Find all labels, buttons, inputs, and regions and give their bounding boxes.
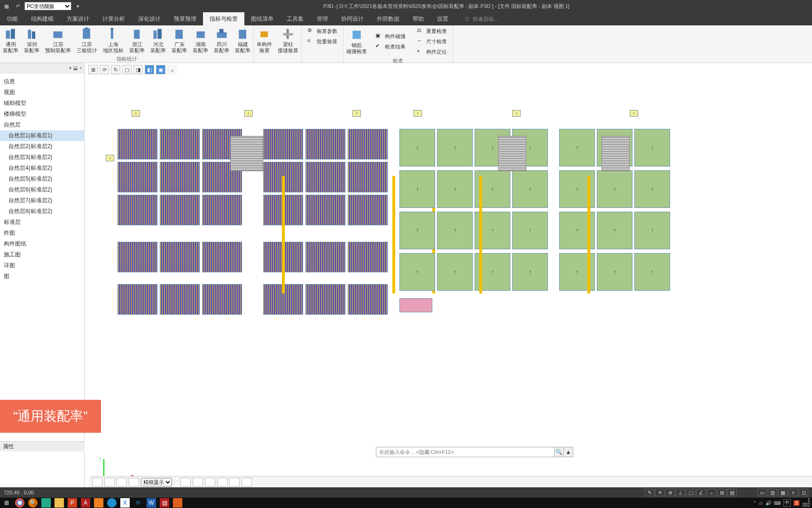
tab-drawing-list[interactable]: 图纸清单 — [244, 12, 280, 25]
slab-marker[interactable]: ↑ — [352, 110, 361, 117]
floor-slab[interactable] — [348, 242, 388, 272]
floor-slab[interactable] — [160, 195, 200, 225]
slab-marker[interactable]: ↑ — [106, 155, 114, 161]
btn-jiangsu-prefab-rate[interactable]: 江苏预制装配率 — [42, 25, 74, 56]
btn-hebei-rate[interactable]: 河北装配率 — [148, 25, 169, 56]
floor-slab[interactable]: ↑ — [399, 212, 435, 249]
view-tool-2[interactable]: ⟳ — [100, 65, 109, 74]
btn-batch-calc[interactable]: ≡批量验算 — [304, 37, 341, 46]
app-icon-4[interactable]: X — [120, 498, 130, 508]
lt-btn-8[interactable] — [217, 478, 227, 486]
tree-item-0[interactable]: 信息 — [0, 76, 84, 87]
wall-segment[interactable] — [282, 176, 285, 294]
lt-btn-5[interactable] — [180, 478, 191, 486]
btn-single-member-check[interactable]: 单构件验算 — [254, 25, 275, 56]
floor-slab[interactable] — [202, 284, 242, 315]
quick-launch[interactable]: 快速启动... — [464, 12, 498, 25]
autocad-icon[interactable]: A — [81, 498, 90, 508]
panel-close-icon[interactable]: × — [79, 65, 82, 71]
floor-slab[interactable] — [399, 298, 432, 312]
view-tool-3[interactable]: ↻ — [111, 65, 120, 74]
command-expand-icon[interactable]: ▲ — [564, 447, 573, 457]
view-tool-1[interactable]: ⊞ — [88, 65, 98, 74]
floor-slab[interactable] — [117, 129, 157, 159]
tree-item-16[interactable]: 施工图 — [0, 249, 84, 260]
btn-guangdong-rate[interactable]: 广东装配率 — [169, 25, 190, 56]
floor-slab[interactable]: ↑ — [634, 170, 670, 208]
tray-network-icon[interactable]: ▱ — [759, 500, 763, 506]
btn-weight-check[interactable]: ⚖重量检查 — [413, 26, 451, 36]
lt-btn-3[interactable] — [117, 478, 127, 486]
lt-btn-10[interactable] — [242, 478, 252, 486]
tab-index-check[interactable]: 指标与检查 — [203, 12, 244, 25]
word-icon[interactable]: W — [147, 498, 156, 508]
floor-slab[interactable]: ↑ — [512, 170, 548, 208]
start-icon[interactable]: ⊞ — [2, 498, 11, 508]
floor-slab[interactable]: ↑ — [634, 253, 670, 291]
command-search-icon[interactable]: 🔍 — [554, 447, 564, 457]
lt-btn-7[interactable] — [205, 478, 215, 486]
floor-slab[interactable]: ↑ — [399, 170, 435, 208]
tab-budget-embed[interactable]: 预算预埋 — [167, 12, 203, 25]
floor-slab[interactable] — [202, 195, 242, 225]
tab-detail-design[interactable]: 深化设计 — [132, 12, 167, 25]
btn-jiangsu-threepanel[interactable]: 江苏三板统计 — [74, 25, 100, 56]
floor-slab[interactable]: ↑ — [437, 212, 473, 249]
floor-slab[interactable]: ↑ — [634, 129, 670, 167]
app-icon-2[interactable] — [94, 498, 103, 508]
tree-item-10[interactable]: 自然层6(标准层2) — [0, 184, 84, 195]
command-input[interactable] — [376, 447, 554, 457]
btn-zhejiang-rate[interactable]: 浙江装配率 — [126, 25, 148, 56]
floor-slab[interactable] — [160, 242, 200, 272]
tab-function[interactable]: 功能 — [0, 12, 24, 25]
panel-pin-icon[interactable]: ⬓ — [73, 65, 78, 71]
tree-item-8[interactable]: 自然层4(标准层2) — [0, 163, 84, 174]
btn-member-locate[interactable]: ⌖构件定位 — [413, 47, 451, 56]
tab-scheme-design[interactable]: 方案设计 — [60, 12, 96, 25]
floor-slab[interactable]: ↑ — [399, 253, 435, 291]
sb-view-2[interactable]: ▥ — [768, 489, 777, 496]
lt-btn-2[interactable] — [104, 478, 115, 486]
btn-beam-column-joint-check[interactable]: 梁柱接缝验算 — [275, 25, 301, 56]
tree-item-2[interactable]: 辅助模型 — [0, 98, 84, 109]
search-icon[interactable]: 🔍 — [28, 498, 38, 508]
sb-snap-3[interactable]: ⊗ — [665, 489, 675, 496]
floor-slab[interactable] — [160, 129, 200, 159]
tree-item-6[interactable]: 自然层2(标准层2) — [0, 141, 84, 152]
lt-btn-9[interactable] — [229, 478, 240, 486]
app-icon-5[interactable]: ⟳ — [133, 498, 143, 508]
tree-item-9[interactable]: 自然层5(标准层2) — [0, 174, 84, 184]
sb-view-3[interactable]: ▦ — [778, 489, 788, 496]
btn-calc-params[interactable]: ⚙验算参数 — [304, 26, 341, 36]
display-mode-select[interactable]: 精细显示 — [141, 478, 172, 486]
slab-marker[interactable]: ↑ — [132, 110, 140, 117]
slab-marker[interactable]: ↑ — [244, 110, 253, 117]
tab-external-data[interactable]: 外部数据 — [370, 12, 406, 25]
floor-slab[interactable] — [305, 129, 345, 159]
sb-snap-9[interactable]: ▤ — [727, 489, 737, 496]
slab-marker[interactable]: ↑ — [512, 110, 521, 117]
lt-btn-4[interactable] — [129, 478, 139, 486]
btn-shenzhen-rate[interactable]: 深圳装配率 — [21, 25, 42, 56]
slab-marker[interactable]: ↑ — [414, 110, 422, 117]
tree-item-11[interactable]: 自然层7(标准层2) — [0, 195, 84, 206]
sb-snap-6[interactable]: ∠ — [696, 489, 706, 496]
sb-snap-5[interactable]: ▢ — [686, 489, 695, 496]
floor-slab[interactable]: ↑ — [399, 129, 435, 167]
btn-shanghai-index[interactable]: 上海地区指标 — [100, 25, 126, 56]
btn-hunan-rate[interactable]: 湖南装配率 — [190, 25, 211, 56]
tree-item-17[interactable]: 详图 — [0, 260, 84, 271]
floor-slab[interactable] — [348, 284, 388, 315]
floor-slab[interactable] — [117, 195, 157, 225]
floor-slab[interactable]: ↑ — [437, 253, 473, 291]
btn-rebar-collision[interactable]: 钢筋碰撞检查 — [344, 25, 370, 57]
tab-calc-analysis[interactable]: 计算分析 — [96, 12, 132, 25]
floor-slab[interactable] — [305, 162, 345, 192]
wall-segment[interactable] — [587, 176, 590, 294]
btn-fujian-rate[interactable]: 福建装配率 — [232, 25, 253, 56]
tree-item-7[interactable]: 自然层3(标准层2) — [0, 152, 84, 163]
tray-volume-icon[interactable]: 🔊 — [765, 500, 771, 506]
tree-item-5[interactable]: 自然层1(标准层1) — [0, 130, 84, 141]
floor-slab[interactable]: ↑ — [512, 253, 548, 291]
floor-slab[interactable]: ↑ — [437, 129, 473, 167]
